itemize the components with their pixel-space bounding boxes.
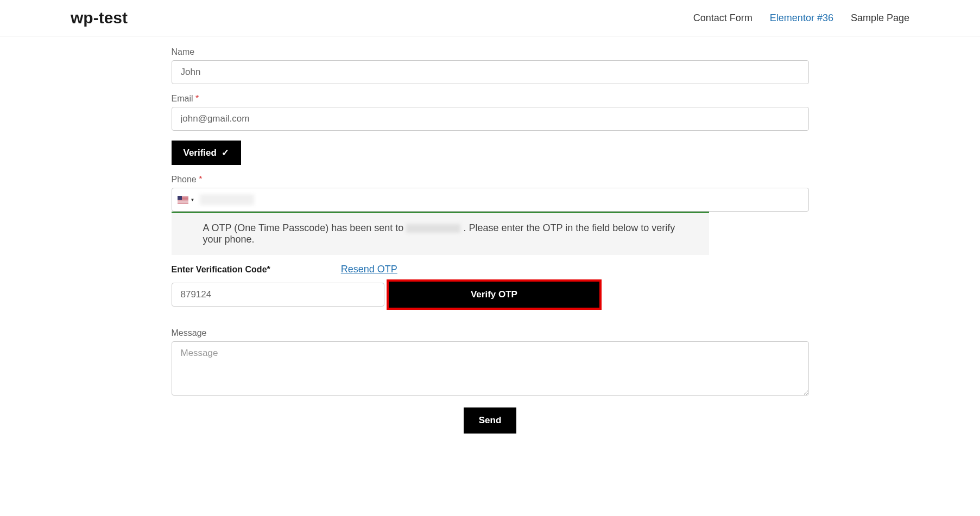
svg-rect-4 [178, 200, 188, 201]
email-group: Email * [172, 94, 809, 131]
flag-selector[interactable]: ▼ [172, 190, 200, 209]
email-input[interactable] [172, 107, 809, 131]
verification-row: Enter Verification Code* Resend OTP [172, 264, 809, 275]
verified-button-text: Verified [184, 148, 217, 158]
verify-otp-button[interactable]: Verify OTP [387, 279, 602, 310]
message-group: Message [172, 328, 809, 398]
otp-notice-part1: A OTP (One Time Passcode) has been sent … [203, 222, 407, 233]
nav-elementor[interactable]: Elementor #36 [770, 12, 833, 24]
nav-sample-page[interactable]: Sample Page [851, 12, 909, 24]
site-title: wp-test [71, 9, 128, 27]
form-container: Name Email * Verified ✓ Phone * [172, 36, 809, 444]
us-flag-icon [178, 196, 188, 203]
svg-rect-7 [178, 196, 182, 200]
verification-code-input[interactable] [172, 283, 384, 307]
email-label: Email * [172, 94, 809, 104]
chevron-down-icon: ▼ [191, 198, 195, 202]
svg-rect-6 [178, 202, 188, 203]
otp-notice: A OTP (One Time Passcode) has been sent … [172, 212, 709, 255]
phone-input-wrapper: ▼ [172, 188, 809, 212]
main-nav: Contact Form Elementor #36 Sample Page [693, 12, 909, 24]
message-textarea[interactable] [172, 341, 809, 396]
phone-required-mark: * [199, 175, 202, 184]
phone-redacted-notice [406, 224, 460, 233]
send-button[interactable]: Send [464, 407, 517, 434]
verification-label: Enter Verification Code* [172, 265, 270, 275]
message-label: Message [172, 328, 809, 338]
phone-label-text: Phone [172, 175, 197, 184]
email-required-mark: * [195, 94, 199, 103]
svg-rect-5 [178, 201, 188, 202]
email-label-text: Email [172, 94, 193, 103]
phone-group: Phone * ▼ [172, 175, 809, 212]
name-input[interactable] [172, 60, 809, 84]
page-header: wp-test Contact Form Elementor #36 Sampl… [0, 0, 980, 36]
phone-redacted [200, 194, 254, 205]
name-label: Name [172, 47, 809, 57]
resend-otp-link[interactable]: Resend OTP [341, 264, 397, 275]
name-group: Name [172, 47, 809, 84]
phone-label: Phone * [172, 175, 809, 184]
verified-button: Verified ✓ [172, 141, 241, 165]
checkmark-icon: ✓ [222, 148, 229, 158]
nav-contact-form[interactable]: Contact Form [693, 12, 753, 24]
phone-input[interactable] [254, 188, 808, 211]
